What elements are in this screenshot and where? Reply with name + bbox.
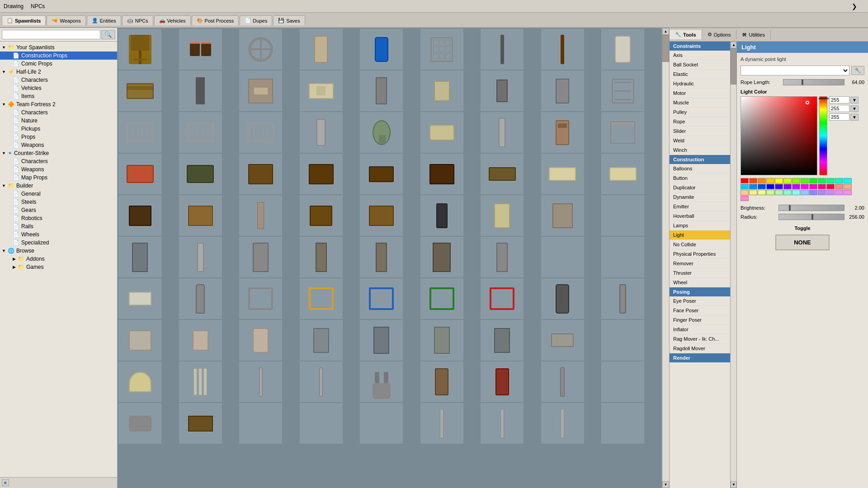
item-cell[interactable]: [239, 154, 282, 194]
item-cell[interactable]: [541, 237, 584, 277]
color-swatch[interactable]: [766, 190, 774, 195]
item-cell[interactable]: [118, 70, 161, 111]
color-swatch[interactable]: [818, 178, 826, 183]
item-cell[interactable]: [541, 320, 584, 361]
item-cell[interactable]: [420, 70, 463, 111]
item-cell[interactable]: [239, 361, 282, 402]
item-cell[interactable]: [239, 112, 282, 153]
tree-item-builder-steels[interactable]: 📄 Steels: [0, 198, 117, 206]
item-cell[interactable]: [300, 237, 343, 277]
color-swatch[interactable]: [818, 190, 826, 195]
color-r-input[interactable]: [829, 96, 849, 103]
color-swatch[interactable]: [809, 184, 817, 189]
item-cell[interactable]: [118, 278, 161, 319]
item-cell[interactable]: [118, 195, 161, 236]
item-cell[interactable]: [481, 278, 524, 319]
color-swatch[interactable]: [766, 184, 774, 189]
construction-button[interactable]: Button: [670, 174, 730, 183]
rope-length-slider[interactable]: [783, 79, 844, 85]
item-cell[interactable]: [601, 154, 644, 194]
item-cell[interactable]: [118, 29, 161, 70]
color-swatch[interactable]: [758, 190, 766, 195]
color-swatch[interactable]: [835, 190, 843, 195]
item-cell[interactable]: [481, 320, 524, 361]
color-b-down[interactable]: ▼: [850, 114, 859, 121]
posing-ragdoll-mover[interactable]: Ragdoll Mover: [670, 344, 730, 353]
tab-vehicles[interactable]: 🚗 Vehicles: [154, 15, 191, 25]
color-swatch[interactable]: [749, 184, 757, 189]
item-cell[interactable]: [179, 320, 222, 361]
posing-inflator[interactable]: Inflator: [670, 325, 730, 334]
tools-tab-options[interactable]: ⚙ Options: [702, 30, 737, 39]
center-scrollbar[interactable]: ▲ ▼: [662, 28, 669, 488]
item-cell[interactable]: [239, 320, 282, 361]
tab-npcs[interactable]: 🤖 NPCs: [122, 15, 153, 25]
item-cell[interactable]: [481, 29, 524, 70]
color-g-input[interactable]: [829, 105, 849, 112]
item-cell[interactable]: [239, 237, 282, 277]
tree-item-your-spawnlists[interactable]: ▼ 📁 Your Spawnlists: [0, 43, 117, 52]
tree-item-construction-props[interactable]: 📄 Construction Props: [0, 52, 117, 60]
item-cell[interactable]: [420, 112, 463, 153]
item-cell[interactable]: [601, 195, 644, 236]
color-swatch[interactable]: [741, 184, 749, 189]
tab-weapons[interactable]: 🔫 Weapons: [47, 15, 85, 25]
item-cell[interactable]: [481, 237, 524, 277]
item-cell[interactable]: [179, 237, 222, 277]
search-button[interactable]: 🔍: [101, 30, 115, 39]
light-eyedrop-button[interactable]: 🔧: [851, 66, 864, 75]
color-swatch[interactable]: [741, 196, 749, 201]
color-b-input[interactable]: [829, 113, 849, 121]
tree-item-tf2[interactable]: ▼ 🔶 Team Fortress 2: [0, 100, 117, 108]
color-swatch[interactable]: [844, 190, 852, 195]
color-swatch[interactable]: [844, 184, 852, 189]
item-cell[interactable]: [541, 29, 584, 70]
color-swatch[interactable]: [809, 190, 817, 195]
item-cell[interactable]: [239, 403, 282, 444]
constraint-motor[interactable]: Motor: [670, 89, 730, 98]
item-cell[interactable]: [360, 237, 403, 277]
item-cell[interactable]: [601, 237, 644, 277]
item-cell[interactable]: [300, 320, 343, 361]
color-swatch[interactable]: [801, 184, 809, 189]
construction-thruster[interactable]: Thruster: [670, 268, 730, 278]
top-menu-drawing[interactable]: Drawing: [4, 3, 24, 9]
color-g-down[interactable]: ▼: [850, 105, 859, 112]
item-cell[interactable]: [118, 237, 161, 277]
tree-item-cs-characters[interactable]: 📄 Characters: [0, 157, 117, 165]
constraints-scrollbar[interactable]: ▲ ▼: [731, 42, 737, 488]
tab-postprocess[interactable]: 🎨 Post Process: [192, 15, 239, 25]
posing-rag-mover[interactable]: Rag Mover - Ik: Ch...: [670, 334, 730, 344]
item-cell[interactable]: [179, 278, 222, 319]
item-cell[interactable]: [239, 278, 282, 319]
color-swatch[interactable]: [775, 184, 783, 189]
item-cell[interactable]: [481, 195, 524, 236]
constraint-pulley[interactable]: Pulley: [670, 108, 730, 117]
item-cell[interactable]: [179, 70, 222, 111]
color-swatch[interactable]: [758, 178, 766, 183]
item-cell[interactable]: [179, 361, 222, 402]
item-cell[interactable]: [179, 195, 222, 236]
item-cell[interactable]: [300, 195, 343, 236]
item-cell[interactable]: [360, 29, 403, 70]
color-swatch[interactable]: [792, 190, 800, 195]
tree-item-browse[interactable]: ▼ 🌐 Browse: [0, 247, 117, 255]
tab-entities[interactable]: 👤 Entities: [87, 15, 121, 25]
scroll-thumb[interactable]: [662, 35, 669, 62]
item-cell[interactable]: [239, 70, 282, 111]
color-swatch[interactable]: [809, 178, 817, 183]
tree-item-cs[interactable]: ▼ ✦ Counter-Strike: [0, 149, 117, 157]
item-cell[interactable]: [481, 112, 524, 153]
color-swatch[interactable]: [792, 178, 800, 183]
construction-hoverball[interactable]: Hoverball: [670, 211, 730, 221]
posing-finger-poser[interactable]: Finger Poser: [670, 315, 730, 325]
radius-slider[interactable]: [778, 214, 844, 220]
tree-item-builder-wheels[interactable]: 📄 Wheels: [0, 230, 117, 239]
item-cell[interactable]: [601, 278, 644, 319]
color-swatch[interactable]: [783, 178, 792, 183]
item-cell[interactable]: [360, 361, 403, 402]
tab-dupes[interactable]: 📄 Dupes: [240, 15, 272, 25]
item-cell[interactable]: [481, 403, 524, 444]
item-cell[interactable]: [179, 29, 222, 70]
color-gradient[interactable]: [741, 96, 817, 175]
